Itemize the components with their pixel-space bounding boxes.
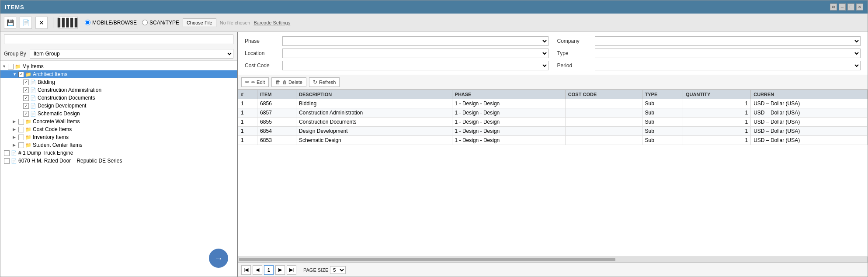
folder-icon-architect: 📁 (25, 72, 31, 77)
period-select[interactable] (595, 61, 861, 70)
checkbox-const-admin[interactable]: ✓ (23, 87, 29, 93)
tree-item-inventory[interactable]: ▶ 📁 Inventory Items (0, 133, 237, 141)
tree-label-const-docs: Construction Documents (38, 95, 95, 101)
col-currency: CURREN (751, 90, 868, 99)
tree-item-schematic[interactable]: ✓ 📄 Schematic Design (0, 110, 237, 118)
cost-code-select[interactable] (282, 61, 549, 70)
location-select[interactable] (282, 48, 549, 58)
scroll-thumb[interactable] (239, 258, 615, 261)
tree-label-const-admin: Construction Administration (38, 87, 101, 93)
tree-item-architect-items[interactable]: ▼ ✓ 📁 Architect Items (0, 70, 237, 78)
cost-code-field-row: Cost Code (245, 61, 549, 70)
tree-item-bidding[interactable]: ✓ 📄 Bidding (0, 78, 237, 86)
table-row[interactable]: 1 6857 Construction Administration 1 - D… (238, 108, 868, 118)
cell-num: 1 (238, 118, 257, 127)
group-by-select[interactable]: Item Group Phase Cost Code Type (30, 49, 233, 59)
cell-description: Schematic Design (296, 136, 452, 145)
last-page-btn[interactable]: ▶| (287, 265, 296, 275)
scan-type-radio[interactable]: SCAN/TYPE (142, 20, 179, 26)
tree-item-dump-truck[interactable]: 📄 # 1 Dump Truck Engine (0, 149, 237, 157)
tree-item-hm-door[interactable]: 📄 6070 H.M. Rated Door – Republic DE Ser… (0, 157, 237, 165)
close-btn[interactable]: ✕ (856, 3, 863, 10)
checkbox-hm-door[interactable] (4, 158, 10, 164)
left-panel: Group By Item Group Phase Cost Code Type… (0, 32, 238, 277)
checkbox-my-items[interactable] (8, 64, 14, 69)
tree-item-cost-code[interactable]: ▶ 📁 Cost Code Items (0, 125, 237, 133)
tree-item-my-items[interactable]: ▼ 📁 My Items (0, 62, 237, 70)
maximize-btn[interactable]: □ (847, 3, 854, 10)
new-button[interactable]: 📄 (20, 17, 32, 29)
expand-arrow-my-items: ▼ (2, 64, 7, 69)
page-size-select[interactable]: 5 10 25 50 (330, 266, 346, 274)
cell-num: 1 (238, 127, 257, 136)
minimize-btn[interactable]: ─ (839, 3, 846, 10)
search-and-group-bar: Group By Item Group Phase Cost Code Type (0, 47, 237, 61)
col-num: # (238, 90, 257, 99)
company-select[interactable] (595, 36, 861, 46)
checkbox-design-dev[interactable]: ✓ (23, 103, 29, 109)
tree-item-design-dev[interactable]: ✓ 📄 Design Development (0, 102, 237, 110)
table-row[interactable]: 1 6854 Design Development 1 - Design - D… (238, 127, 868, 136)
file-icon-bidding: 📄 (30, 80, 36, 85)
first-page-btn[interactable]: |◀ (241, 265, 251, 275)
cell-description: Construction Administration (296, 108, 452, 118)
cell-cost-code (565, 127, 642, 136)
table-row[interactable]: 1 6856 Bidding 1 - Design - Design Sub 1… (238, 99, 868, 108)
checkbox-inventory[interactable] (18, 135, 24, 140)
file-icon-dump-truck: 📄 (11, 150, 17, 156)
cell-cost-code (565, 108, 642, 118)
cell-description: Construction Documents (296, 118, 452, 127)
edit-button[interactable]: ✏ ✏ Edit (241, 77, 269, 87)
title-bar: ITEMS ⧉ ─ □ ✕ (0, 0, 868, 14)
checkbox-concrete[interactable] (18, 119, 24, 125)
barcode-settings-link[interactable]: Barcode Settings (253, 20, 290, 25)
edit-icon: ✏ (245, 79, 250, 85)
expand-arrow-concrete: ▶ (13, 119, 17, 124)
col-item: ITEM (257, 90, 296, 99)
restore-btn[interactable]: ⧉ (830, 3, 837, 10)
current-page[interactable]: 1 (264, 265, 274, 275)
tree-item-const-docs[interactable]: ✓ 📄 Construction Documents (0, 94, 237, 102)
tree-item-const-admin[interactable]: ✓ 📄 Construction Administration (0, 86, 237, 94)
tree-item-student-center[interactable]: ▶ 📁 Student Center Items (0, 141, 237, 149)
items-table-toolbar: ✏ ✏ Edit 🗑 🗑 Delete ↻ Refresh (238, 75, 868, 90)
checkbox-cost-code[interactable] (18, 127, 24, 132)
type-select[interactable] (595, 48, 861, 58)
cell-currency: USD – Dollar (USA) (751, 99, 868, 108)
folder-icon-student: 📁 (25, 142, 31, 148)
choose-file-button[interactable]: Choose File (183, 18, 216, 27)
checkbox-architect[interactable]: ✓ (18, 72, 24, 77)
prev-page-btn[interactable]: ◀ (253, 265, 262, 275)
table-row[interactable]: 1 6855 Construction Documents 1 - Design… (238, 118, 868, 127)
window-title: ITEMS (5, 4, 24, 10)
checkbox-bidding[interactable]: ✓ (23, 80, 29, 85)
cell-num: 1 (238, 136, 257, 145)
page-size-label: PAGE SIZE (303, 267, 328, 273)
scan-mode-group: MOBILE/BROWSE SCAN/TYPE (85, 20, 179, 26)
close-button[interactable]: ✕ (35, 17, 48, 29)
delete-button[interactable]: 🗑 🗑 Delete (271, 77, 306, 87)
period-field-row: Period (557, 61, 861, 70)
phase-select[interactable] (282, 36, 549, 46)
checkbox-schematic[interactable]: ✓ (23, 111, 29, 117)
folder-icon-cost-code: 📁 (25, 127, 31, 132)
tree-item-concrete-wall[interactable]: ▶ 📁 Concrete Wall Items (0, 118, 237, 125)
location-label: Location (245, 50, 280, 56)
checkbox-const-docs[interactable]: ✓ (23, 95, 29, 101)
location-field-row: Location (245, 48, 549, 58)
next-page-btn[interactable]: ▶ (275, 265, 285, 275)
refresh-button[interactable]: ↻ Refresh (309, 77, 340, 87)
cell-description: Bidding (296, 99, 452, 108)
nav-arrow-button[interactable]: → (209, 249, 228, 268)
horizontal-scrollbar[interactable] (238, 256, 868, 263)
search-input[interactable] (4, 35, 233, 44)
checkbox-dump-truck[interactable] (4, 150, 10, 156)
mobile-browse-radio[interactable]: MOBILE/BROWSE (85, 20, 137, 26)
cell-phase: 1 - Design - Design (452, 136, 565, 145)
cell-num: 1 (238, 108, 257, 118)
tree-label-design-dev: Design Development (38, 103, 86, 109)
checkbox-student[interactable] (18, 142, 24, 148)
table-row[interactable]: 1 6853 Schematic Design 1 - Design - Des… (238, 136, 868, 145)
save-button[interactable]: 💾 (4, 17, 16, 29)
cell-cost-code (565, 136, 642, 145)
